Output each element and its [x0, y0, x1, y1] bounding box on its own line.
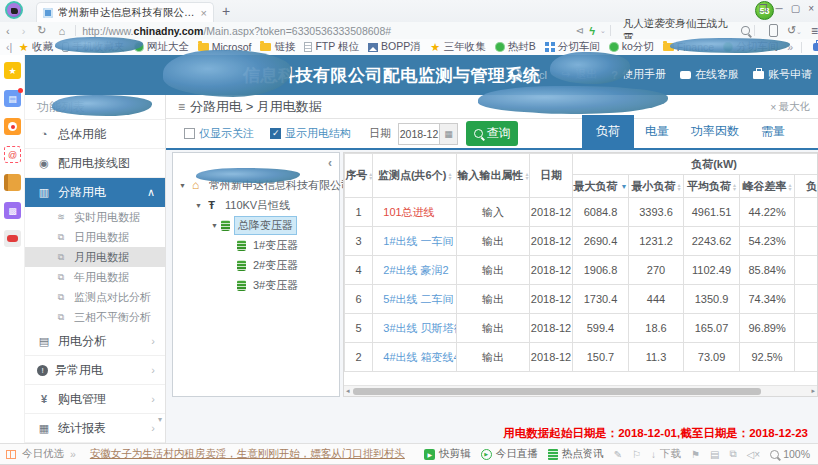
- bookmark-item[interactable]: BOPP消: [368, 40, 421, 54]
- table-row[interactable]: 2 4#出线 箱变线4 输出 2018-12 150.7 11.3 73.09 …: [345, 343, 818, 372]
- sidebar-item[interactable]: 监测点对比分析: [25, 287, 165, 307]
- sidebar-item[interactable]: 用电分析 ›: [25, 327, 165, 356]
- print-icon[interactable]: ▤: [710, 449, 719, 460]
- monitor-point-link[interactable]: 3#出线 贝斯塔德3: [373, 314, 457, 343]
- status-tool[interactable]: 热点资讯: [548, 447, 604, 461]
- tree-node[interactable]: ▼ 1#变压器: [177, 235, 337, 255]
- feed-icon[interactable]: ▤: [4, 90, 21, 107]
- measure-tab[interactable]: 功率因数: [680, 123, 750, 148]
- sidebar-item[interactable]: 年用电数据: [25, 267, 165, 287]
- favorites-icon[interactable]: ★: [4, 62, 21, 79]
- measure-tab[interactable]: 负荷: [582, 115, 634, 148]
- sort-icon[interactable]: [677, 183, 680, 191]
- table-row[interactable]: 4 2#出线 豪润2 输出 2018-12 1906.8 270 1102.49…: [345, 256, 818, 285]
- speedup-icon[interactable]: ϟ: [589, 25, 595, 37]
- gift-icon[interactable]: [6, 450, 16, 459]
- monitor-point-link[interactable]: 1#出线 一车间: [373, 227, 457, 256]
- restore-tabs-icon[interactable]: ↺⌄: [787, 24, 802, 37]
- status-tool[interactable]: 快剪辑: [424, 447, 471, 461]
- tree-node[interactable]: ▼ 总降变压器: [177, 215, 337, 235]
- bookmark-item[interactable]: FTP 根位: [304, 40, 359, 54]
- phone-sync-icon[interactable]: [769, 24, 778, 37]
- forward-icon[interactable]: ›: [22, 25, 26, 37]
- bookmark-item[interactable]: 热封B: [495, 40, 536, 54]
- zoom-level[interactable]: 100%: [770, 448, 810, 460]
- browser-logo[interactable]: [5, 1, 23, 19]
- capture-icon[interactable]: @: [4, 146, 21, 163]
- monitor-point-link[interactable]: 5#出线 二车间: [373, 285, 457, 314]
- sidebar-item[interactable]: 日用电数据: [25, 227, 165, 247]
- tree-node[interactable]: ▼ 2#变压器: [177, 255, 337, 275]
- pen-icon[interactable]: ✎: [614, 449, 622, 460]
- back-icon[interactable]: ‹: [6, 25, 10, 37]
- tree-expander-icon[interactable]: ▼: [211, 222, 221, 229]
- sidebar-item[interactable]: 统计报表 ›: [25, 414, 165, 443]
- col-header-point[interactable]: 监测点(共6个): [373, 154, 457, 198]
- browser-tab[interactable]: 常州新申达信息科技有限公司配... ×: [36, 2, 214, 22]
- bookmark-item[interactable]: 链接: [260, 40, 295, 54]
- table-row[interactable]: 6 5#出线 二车间 输出 2018-12 1730.4 444 1350.9 …: [345, 285, 818, 314]
- sort-icon[interactable]: [369, 172, 372, 180]
- col-header-peak-valley[interactable]: 峰谷差率: [739, 175, 795, 198]
- col-header-load-rate[interactable]: 负载率: [795, 175, 818, 198]
- col-header-date[interactable]: 日期: [529, 154, 572, 198]
- tab-close-icon[interactable]: ×: [201, 7, 207, 19]
- expand-icon[interactable]: »: [70, 448, 76, 460]
- show-structure-checkbox[interactable]: [270, 128, 281, 139]
- sidebar-item[interactable]: 月用电数据: [25, 247, 165, 267]
- query-button[interactable]: 查询: [466, 121, 518, 146]
- sidebar-item[interactable]: 购电管理 ›: [25, 385, 165, 414]
- col-header-min-load[interactable]: 最小负荷: [628, 175, 684, 198]
- sidebar-scroll-down-icon[interactable]: ▾: [158, 415, 162, 424]
- translate-icon[interactable]: ▩: [4, 202, 21, 219]
- notebook-icon[interactable]: [4, 174, 21, 191]
- col-header-max-load[interactable]: 最大负荷: [573, 175, 629, 198]
- weibo-icon[interactable]: [4, 118, 21, 135]
- menu-icon[interactable]: ≡: [811, 24, 818, 38]
- maximize-button[interactable]: ×最大化: [770, 100, 810, 114]
- only-follow-checkbox[interactable]: [184, 128, 195, 139]
- table-row[interactable]: 5 3#出线 贝斯塔德3 输出 2018-12 599.4 18.6 165.0…: [345, 314, 818, 343]
- date-input[interactable]: 2018-12 ▦: [398, 123, 458, 145]
- sort-icon[interactable]: [733, 183, 736, 191]
- sidebar-item[interactable]: 总体用能: [25, 120, 165, 149]
- tree-expander-icon[interactable]: ▼: [179, 182, 189, 189]
- sort-icon[interactable]: [525, 172, 528, 180]
- header-link[interactable]: 在线客服: [680, 67, 739, 82]
- tree-node[interactable]: ▼ 110KV吕恒线: [177, 195, 337, 215]
- bookmark-item[interactable]: 收藏: [18, 40, 53, 54]
- sidebar-item[interactable]: 三相不平衡分析: [25, 307, 165, 327]
- status-tool[interactable]: 今日直播: [481, 447, 538, 461]
- banner-icon[interactable]: ⚑: [691, 449, 700, 460]
- sort-icon[interactable]: [448, 172, 451, 180]
- skin-icon[interactable]: ❒: [759, 3, 768, 14]
- close-window-icon[interactable]: ×: [808, 3, 814, 14]
- calendar-icon[interactable]: ▦: [439, 124, 457, 144]
- monitor-point-link[interactable]: 101总进线: [373, 198, 457, 227]
- daily-pick-label[interactable]: 今日优选: [22, 447, 64, 461]
- table-row[interactable]: 3 1#出线 一车间 输出 2018-12 2690.4 1231.2 2243…: [345, 227, 818, 256]
- collapse-tree-icon[interactable]: ‹: [328, 156, 332, 170]
- maximize-window-icon[interactable]: ▢: [791, 3, 800, 14]
- sort-icon[interactable]: [789, 183, 792, 191]
- minimize-icon[interactable]: ─: [776, 3, 783, 14]
- reload-icon[interactable]: ↻: [37, 24, 46, 37]
- mute-icon[interactable]: ◁×: [747, 449, 761, 460]
- bookmark-item[interactable]: 三年收集: [430, 40, 486, 54]
- sidebar-item[interactable]: 分路用电 ∧: [25, 178, 165, 207]
- url-input[interactable]: http://www.chinadny.com/Main.aspx?token=…: [82, 25, 574, 37]
- measure-tab[interactable]: 需量: [750, 123, 796, 148]
- user-chip[interactable]: zhcl: [509, 68, 547, 81]
- scrollbar-thumb[interactable]: [353, 388, 761, 395]
- games-icon[interactable]: [4, 230, 21, 247]
- bookmark-item[interactable]: ko分切: [609, 40, 654, 54]
- tree-expander-icon[interactable]: ▼: [195, 202, 205, 209]
- table-row[interactable]: 1 101总进线 输入 2018-12 6084.8 3393.6 4961.5…: [345, 198, 818, 227]
- monitor-point-link[interactable]: 2#出线 豪润2: [373, 256, 457, 285]
- passport-icon[interactable]: [813, 43, 818, 51]
- new-tab-button[interactable]: +: [222, 3, 230, 19]
- measure-tab[interactable]: 电量: [634, 123, 680, 148]
- tree-node[interactable]: ▼ 3#变压器: [177, 275, 337, 295]
- monitor-point-link[interactable]: 4#出线 箱变线4: [373, 343, 457, 372]
- sidebar-item[interactable]: 配用电接线图: [25, 149, 165, 178]
